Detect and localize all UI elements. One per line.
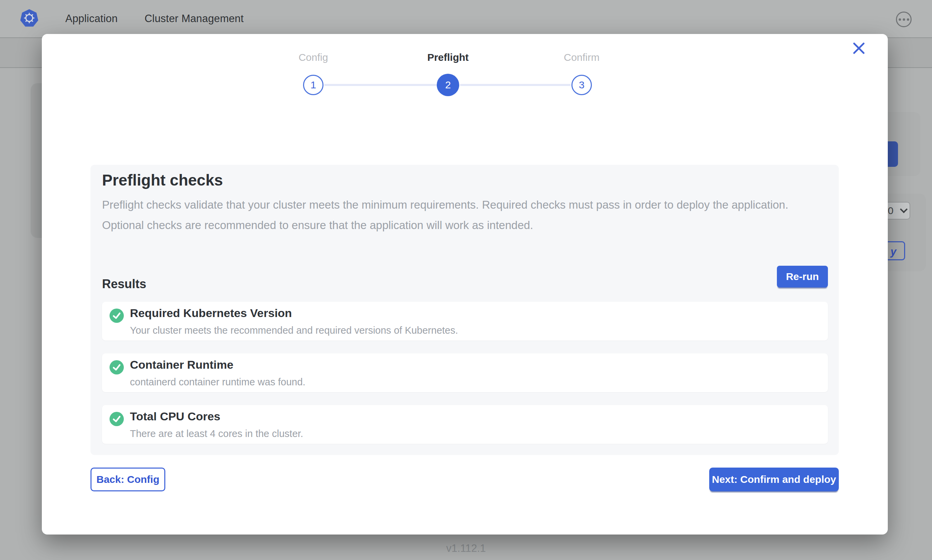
step-connector: [460, 84, 571, 86]
results-heading: Results: [102, 277, 146, 291]
step-label-preflight: Preflight: [427, 52, 469, 63]
app-version-label: v1.112.1: [0, 542, 932, 555]
app-root: Application Cluster Management 0 y v1.11…: [0, 0, 932, 560]
check-card: Total CPU Cores There are at least 4 cor…: [102, 405, 828, 444]
preflight-panel: Preflight checks Preflight checks valida…: [91, 165, 839, 455]
check-title: Container Runtime: [130, 358, 233, 371]
check-pass-icon: [110, 412, 124, 426]
step-circle-1[interactable]: 1: [303, 75, 324, 95]
step-circle-2[interactable]: 2: [437, 74, 459, 96]
check-card: Required Kubernetes Version Your cluster…: [102, 302, 828, 340]
nav-tab-cluster-management[interactable]: Cluster Management: [145, 0, 244, 37]
check-description: Your cluster meets the recommended and r…: [130, 325, 458, 336]
check-pass-icon: [110, 309, 124, 323]
check-title: Required Kubernetes Version: [130, 306, 292, 320]
panel-description: Preflight checks validate that your clus…: [102, 195, 806, 235]
nav-tab-application[interactable]: Application: [65, 0, 118, 37]
next-confirm-deploy-button[interactable]: Next: Confirm and deploy: [709, 468, 839, 491]
panel-title: Preflight checks: [102, 171, 223, 189]
step-connector: [324, 84, 437, 86]
check-title: Total CPU Cores: [130, 410, 221, 423]
rerun-button[interactable]: Re-run: [777, 266, 828, 288]
close-icon[interactable]: [848, 37, 870, 59]
check-description: There are at least 4 cores in the cluste…: [130, 428, 303, 439]
check-card: Container Runtime containerd container r…: [102, 354, 828, 392]
ellipsis-menu-icon[interactable]: [896, 12, 912, 27]
top-nav: Application Cluster Management: [0, 0, 932, 37]
kubernetes-logo-icon: [20, 9, 39, 28]
step-circle-3[interactable]: 3: [571, 75, 592, 95]
back-config-button[interactable]: Back: Config: [91, 468, 165, 491]
check-pass-icon: [110, 360, 124, 374]
step-label-confirm: Confirm: [564, 52, 599, 63]
preflight-modal: Config Preflight Confirm 1 2 3 Preflight…: [42, 34, 888, 534]
check-description: containerd container runtime was found.: [130, 377, 306, 388]
background-select-value: 0: [888, 205, 893, 217]
chevron-down-icon: [900, 206, 907, 214]
step-label-config: Config: [299, 52, 328, 63]
